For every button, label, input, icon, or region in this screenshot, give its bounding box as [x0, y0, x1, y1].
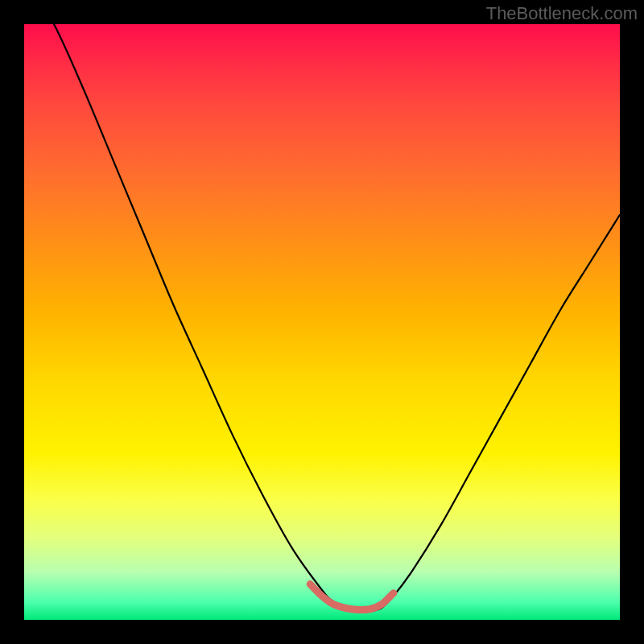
highlight-segment	[310, 584, 394, 610]
chart-frame: TheBottleneck.com	[0, 0, 644, 644]
source-caption: TheBottleneck.com	[486, 3, 638, 24]
bottleneck-curve	[24, 24, 620, 612]
curve-svg	[24, 24, 620, 620]
plot-area	[24, 24, 620, 620]
